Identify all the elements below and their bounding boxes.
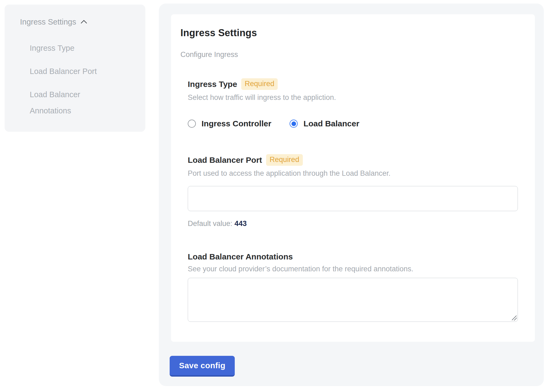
- textarea-resize-handle[interactable]: [512, 316, 517, 320]
- sidebar-item-load-balancer-annotations[interactable]: Load Balancer Annotations: [30, 86, 103, 119]
- default-value-label: Default value:: [188, 219, 232, 228]
- radio-selected-icon[interactable]: [290, 120, 298, 128]
- required-badge: Required: [241, 78, 278, 90]
- settings-panel: Ingress Settings Configure Ingress Ingre…: [159, 4, 544, 386]
- load-balancer-annotations-description: See your cloud provider’s documentation …: [188, 265, 518, 273]
- sidebar-item-list: Ingress Type Load Balancer Port Load Bal…: [30, 40, 135, 119]
- radio-option-ingress-controller[interactable]: Ingress Controller: [188, 119, 271, 128]
- load-balancer-port-input[interactable]: [188, 186, 518, 211]
- load-balancer-annotations-section: Load Balancer Annotations See your cloud…: [188, 252, 518, 322]
- ingress-type-description: Select how traffic will ingress to the a…: [188, 93, 518, 102]
- ingress-type-radio-group: Ingress Controller Load Balancer: [188, 119, 518, 128]
- ingress-type-label: Ingress Type: [188, 80, 237, 89]
- load-balancer-annotations-label: Load Balancer Annotations: [188, 252, 293, 261]
- radio-option-load-balancer[interactable]: Load Balancer: [290, 119, 359, 128]
- default-value-line: Default value:443: [188, 219, 518, 228]
- ingress-type-section: Ingress Type Required Select how traffic…: [188, 78, 518, 128]
- load-balancer-port-section: Load Balancer Port Required Port used to…: [188, 154, 518, 228]
- load-balancer-port-description: Port used to access the application thro…: [188, 169, 518, 178]
- ingress-settings-card: Ingress Settings Configure Ingress Ingre…: [171, 14, 535, 342]
- save-config-button[interactable]: Save config: [170, 356, 235, 377]
- radio-label-ingress-controller[interactable]: Ingress Controller: [202, 119, 271, 128]
- page-title: Ingress Settings: [180, 27, 518, 39]
- sidebar-section-toggle[interactable]: Ingress Settings: [20, 18, 135, 26]
- chevron-up-icon: [81, 20, 87, 26]
- sidebar-section-title: Ingress Settings: [20, 18, 76, 26]
- radio-dot: [291, 121, 296, 126]
- radio-label-load-balancer[interactable]: Load Balancer: [303, 119, 359, 128]
- settings-sidebar: Ingress Settings Ingress Type Load Balan…: [5, 5, 145, 132]
- radio-unselected-icon[interactable]: [188, 120, 196, 128]
- sidebar-item-ingress-type[interactable]: Ingress Type: [30, 40, 103, 56]
- default-value: 443: [234, 219, 247, 228]
- load-balancer-annotations-textarea[interactable]: [188, 278, 518, 322]
- load-balancer-port-label: Load Balancer Port: [188, 156, 262, 165]
- required-badge: Required: [266, 154, 303, 166]
- page-subtitle: Configure Ingress: [180, 50, 518, 59]
- sidebar-item-load-balancer-port[interactable]: Load Balancer Port: [30, 63, 103, 79]
